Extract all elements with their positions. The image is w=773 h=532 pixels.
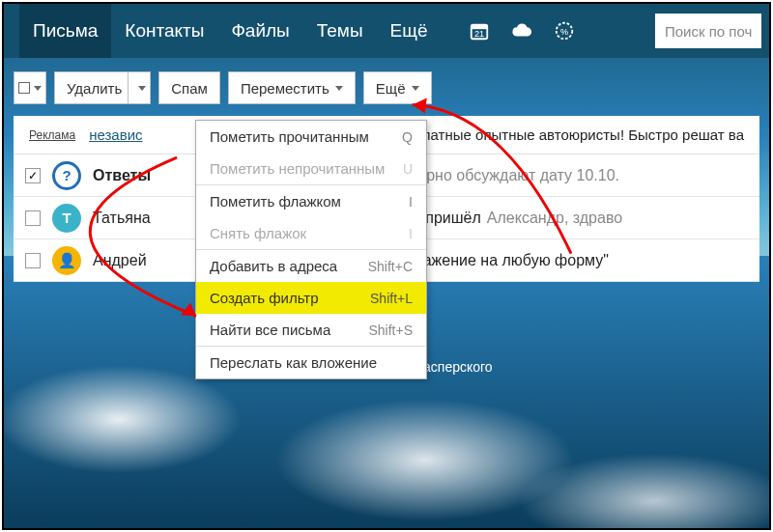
spam-button[interactable]: Спам [158, 71, 220, 104]
ad-link[interactable]: независ [89, 126, 142, 143]
menu-item-label: Пометить флажком [210, 193, 341, 210]
preview: Александр, здраво [487, 210, 622, 227]
menu-item-label: Создать фильтр [210, 290, 319, 306]
menu-item-label: Переслать как вложение [210, 354, 377, 371]
menu-item[interactable]: Пометить флажкомI [196, 185, 426, 217]
nav-themes[interactable]: Темы [303, 4, 377, 58]
promo-icon[interactable]: % [547, 14, 582, 48]
more-button[interactable]: Ещё [363, 71, 432, 104]
nav-more[interactable]: Ещё [377, 4, 442, 58]
nav-files[interactable]: Файлы [217, 4, 302, 58]
menu-item[interactable]: Найти все письмаShift+S [196, 314, 426, 346]
menu-item[interactable]: Переслать как вложение [196, 347, 426, 378]
avatar: Т [52, 204, 81, 233]
row-checkbox[interactable] [25, 253, 41, 268]
menu-item[interactable]: Добавить в адресаShift+C [196, 250, 426, 282]
calendar-icon[interactable]: 21 [462, 14, 497, 48]
nav-mail[interactable]: Письма [19, 4, 111, 58]
avatar: 👤 [52, 246, 81, 275]
from-name: Андрей [93, 252, 147, 269]
search-input[interactable]: Поиск по поч [655, 14, 761, 48]
svg-text:%: % [560, 27, 568, 37]
avatar: ? [52, 161, 81, 190]
menu-shortcut: I [409, 226, 413, 241]
move-button[interactable]: Переместить [228, 71, 356, 104]
menu-item-label: Пометить прочитанным [210, 128, 369, 145]
nav-contacts[interactable]: Контакты [111, 4, 217, 58]
menu-item[interactable]: Создать фильтрShift+L [196, 282, 426, 314]
svg-text:21: 21 [474, 29, 484, 39]
top-nav: Письма Контакты Файлы Темы Ещё 21 % Поис… [4, 4, 769, 58]
menu-item-label: Снять флажок [210, 225, 306, 241]
toolbar: Удалить Спам Переместить Ещё [14, 71, 759, 104]
delete-button[interactable]: Удалить [54, 71, 128, 104]
menu-item-label: Добавить в адреса [210, 258, 337, 274]
cloud-icon[interactable] [504, 14, 539, 48]
ad-label: Реклама [29, 128, 75, 142]
menu-shortcut: I [409, 194, 413, 210]
delete-caret[interactable] [128, 71, 151, 104]
menu-shortcut: Shift+S [368, 322, 413, 338]
more-dropdown: Пометить прочитаннымQПометить непрочитан… [195, 120, 427, 379]
row-checkbox[interactable] [25, 168, 41, 183]
from-name: Татьяна [93, 210, 151, 227]
menu-item-label: Найти все письма [210, 322, 330, 338]
menu-shortcut: U [403, 161, 413, 177]
ad-text: латные опытные автоюристы! Быстро решат … [422, 126, 744, 143]
menu-item-label: Пометить непрочитанным [210, 160, 385, 177]
row-checkbox[interactable] [25, 210, 41, 226]
select-all-checkbox[interactable] [14, 71, 46, 104]
menu-shortcut: Shift+C [368, 259, 413, 274]
menu-shortcut: Shift+L [370, 291, 413, 306]
menu-item[interactable]: Пометить прочитаннымQ [196, 121, 426, 153]
menu-shortcut: Q [402, 129, 413, 145]
menu-item: Пометить непрочитаннымU [196, 153, 426, 184]
from-name: Ответы [93, 167, 151, 184]
menu-item: Снять флажокI [196, 217, 426, 249]
